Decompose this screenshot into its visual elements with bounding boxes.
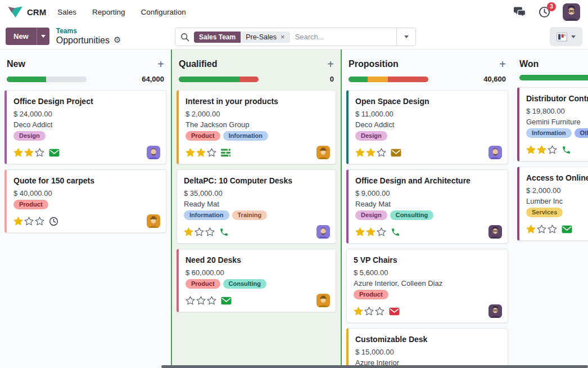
star-empty-icon[interactable] bbox=[377, 227, 386, 236]
progress-segment[interactable] bbox=[46, 77, 87, 82]
star-empty-icon[interactable] bbox=[186, 296, 195, 305]
menu-reporting[interactable]: Reporting bbox=[92, 8, 125, 16]
star-filled-icon[interactable] bbox=[184, 227, 193, 236]
star-empty-icon[interactable] bbox=[375, 307, 385, 316]
menu-sales[interactable]: Sales bbox=[57, 8, 76, 16]
star-filled-icon[interactable] bbox=[526, 225, 536, 234]
search-bar[interactable]: Sales Team Pre-Sales × bbox=[175, 28, 416, 46]
star-empty-icon[interactable] bbox=[196, 296, 206, 305]
star-empty-icon[interactable] bbox=[195, 227, 204, 236]
progress-segment[interactable] bbox=[519, 75, 588, 80]
add-record-icon[interactable]: + bbox=[499, 59, 506, 70]
star-filled-icon[interactable] bbox=[13, 217, 23, 226]
opportunity-card[interactable]: DeltaPC: 10 Computer Desks $ 35,000.00 R… bbox=[177, 169, 336, 244]
star-filled-icon[interactable] bbox=[354, 307, 363, 316]
add-record-icon[interactable]: + bbox=[327, 59, 334, 70]
add-record-icon[interactable]: + bbox=[157, 59, 164, 70]
card-footer bbox=[186, 146, 330, 159]
card-title: Open Space Design bbox=[355, 97, 502, 106]
menu-configuration[interactable]: Configuration bbox=[141, 8, 186, 16]
star-empty-icon[interactable] bbox=[35, 148, 44, 157]
opportunity-card[interactable]: Quote for 150 carpets $ 40,000.00 Produc… bbox=[4, 169, 166, 233]
progress-segment[interactable] bbox=[239, 77, 259, 82]
view-switcher-button[interactable] bbox=[550, 27, 582, 46]
envelope-icon bbox=[49, 149, 60, 157]
star-empty-icon[interactable] bbox=[377, 148, 386, 157]
new-dropdown-toggle[interactable] bbox=[37, 28, 49, 45]
opportunity-card[interactable]: Distributor Contract $ 19,800.00 Gemini … bbox=[517, 87, 588, 161]
search-dropdown-toggle[interactable] bbox=[396, 28, 415, 46]
clock-icon-button[interactable] bbox=[49, 217, 58, 226]
column-progressbar bbox=[349, 77, 428, 82]
phone-icon-button[interactable] bbox=[391, 227, 400, 237]
main-menu: Sales Reporting Configuration bbox=[57, 8, 186, 16]
card-company: Deco Addict bbox=[355, 120, 502, 129]
envelope-icon-button[interactable] bbox=[221, 297, 232, 305]
phone-icon-button[interactable] bbox=[219, 227, 229, 237]
avatar-admin-icon bbox=[489, 304, 502, 318]
star-empty-icon[interactable] bbox=[205, 227, 215, 236]
opportunity-card[interactable]: Access to Online Catalog $ 2,000.00 Lumb… bbox=[517, 167, 588, 241]
opportunity-card[interactable]: Office Design and Architecture $ 9,000.0… bbox=[346, 169, 508, 244]
envelope-icon-button[interactable] bbox=[49, 149, 60, 157]
opportunity-card[interactable]: Customizable Desk $ 15,000.00 Azure Inte… bbox=[346, 328, 508, 368]
phone-icon-button[interactable] bbox=[562, 145, 571, 155]
salesperson-avatar bbox=[489, 225, 502, 239]
star-filled-icon[interactable] bbox=[24, 148, 34, 157]
progress-segment[interactable] bbox=[349, 77, 368, 82]
search-input[interactable] bbox=[295, 33, 396, 41]
breadcrumb-teams-link[interactable]: Teams bbox=[56, 28, 77, 35]
progress-segment[interactable] bbox=[388, 77, 428, 82]
priority-stars bbox=[526, 145, 557, 154]
tag-product: Product bbox=[186, 279, 220, 289]
opportunity-card[interactable]: 5 VP Chairs $ 5,600.00 Azure Interior, C… bbox=[346, 249, 508, 323]
progress-segment[interactable] bbox=[179, 77, 239, 82]
progress-segment[interactable] bbox=[368, 77, 388, 82]
star-empty-icon[interactable] bbox=[24, 217, 34, 226]
star-filled-icon[interactable] bbox=[355, 227, 365, 236]
phone-icon bbox=[562, 145, 571, 155]
facet-remove-icon[interactable]: × bbox=[281, 33, 285, 41]
progress-segment[interactable] bbox=[7, 77, 46, 82]
card-amount: $ 5,600.00 bbox=[354, 268, 502, 277]
gear-icon[interactable]: ⚙ bbox=[114, 36, 121, 44]
star-empty-icon[interactable] bbox=[537, 225, 546, 234]
star-filled-icon[interactable] bbox=[186, 148, 195, 157]
column-header: Proposition + 40,600 bbox=[342, 56, 513, 89]
horizontal-scrollbar-thumb[interactable] bbox=[161, 365, 588, 368]
star-empty-icon[interactable] bbox=[207, 296, 216, 305]
envelope-icon-button[interactable] bbox=[562, 225, 572, 234]
card-tags: InformationOther bbox=[526, 128, 588, 138]
crm-app-logo[interactable] bbox=[8, 6, 23, 18]
tasks-icon-button[interactable] bbox=[221, 149, 230, 157]
star-filled-icon[interactable] bbox=[537, 145, 546, 154]
opportunity-card[interactable]: Open Space Design $ 11,000.00 Deco Addic… bbox=[346, 90, 508, 164]
opportunity-card[interactable]: Interest in your products $ 2,000.00 The… bbox=[177, 90, 336, 164]
envelope-icon-button[interactable] bbox=[389, 307, 400, 316]
star-empty-icon[interactable] bbox=[207, 148, 216, 157]
star-empty-icon[interactable] bbox=[35, 217, 44, 226]
card-amount: $ 24,000.00 bbox=[13, 110, 160, 118]
star-empty-icon[interactable] bbox=[548, 225, 557, 234]
priority-stars bbox=[354, 307, 385, 316]
salesperson-avatar bbox=[147, 214, 160, 228]
new-button[interactable]: New bbox=[6, 28, 37, 45]
messages-icon[interactable] bbox=[513, 6, 526, 17]
star-empty-icon[interactable] bbox=[364, 307, 374, 316]
opportunity-card[interactable]: Office Design Project $ 24,000.00 Deco A… bbox=[4, 90, 166, 164]
star-filled-icon[interactable] bbox=[355, 148, 365, 157]
star-filled-icon[interactable] bbox=[13, 148, 23, 157]
priority-stars bbox=[186, 296, 216, 305]
star-filled-icon[interactable] bbox=[366, 227, 376, 236]
star-empty-icon[interactable] bbox=[548, 145, 557, 154]
star-filled-icon[interactable] bbox=[366, 148, 376, 157]
card-company: The Jackson Group bbox=[186, 120, 330, 129]
envelope-icon-button[interactable] bbox=[391, 149, 401, 157]
tag-product: Product bbox=[354, 290, 388, 299]
activities-clock-icon[interactable]: 3 bbox=[539, 6, 550, 18]
star-filled-icon[interactable] bbox=[196, 148, 206, 157]
card-footer bbox=[184, 225, 330, 239]
user-avatar[interactable] bbox=[563, 3, 580, 21]
star-filled-icon[interactable] bbox=[526, 145, 536, 154]
opportunity-card[interactable]: Need 20 Desks $ 60,000.00 ProductConsult… bbox=[177, 249, 336, 312]
